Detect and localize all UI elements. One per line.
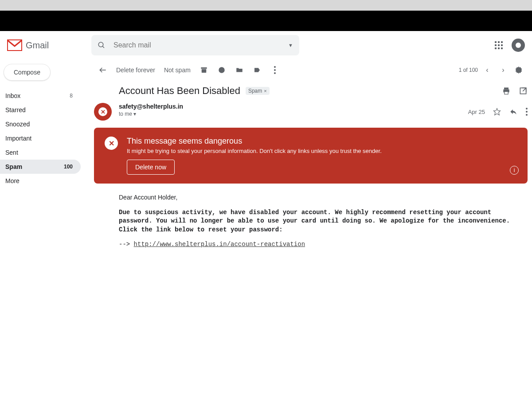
subject-row: Account Has Been Disabled Spam ×: [94, 81, 528, 103]
open-new-window-button[interactable]: [519, 86, 528, 95]
reply-icon: [509, 108, 518, 115]
delete-now-button[interactable]: Delete now: [127, 160, 175, 175]
greeting: Dear Account Holder,: [119, 193, 528, 202]
sidebar-item-label: More: [5, 177, 20, 184]
info-icon: i: [514, 167, 515, 173]
print-button[interactable]: [502, 86, 511, 95]
search-bar[interactable]: ▼: [91, 35, 299, 55]
close-icon: ✕: [98, 107, 107, 116]
svg-point-18: [526, 111, 528, 113]
apps-grid-icon[interactable]: [495, 41, 503, 49]
sidebar-item-count: 100: [64, 164, 73, 170]
svg-point-17: [526, 108, 528, 110]
sidebar-item-count: 8: [70, 93, 73, 99]
warning-info-button[interactable]: i: [510, 166, 519, 175]
sidebar-item-snoozed[interactable]: Snoozed: [0, 117, 81, 131]
clock-icon: [218, 66, 226, 74]
warning-title: This message seems dangerous: [127, 137, 382, 146]
labels-button[interactable]: [248, 62, 266, 78]
settings-button[interactable]: [510, 62, 528, 78]
search-input[interactable]: [113, 41, 288, 49]
sender-address[interactable]: safety@shelterplus.in: [119, 103, 468, 110]
sidebar-item-important[interactable]: Important: [0, 131, 81, 145]
svg-point-7: [274, 66, 276, 68]
svg-point-1: [98, 42, 103, 47]
search-icon: [98, 41, 106, 49]
gear-icon: [514, 66, 523, 74]
sidebar-item-inbox[interactable]: Inbox 8: [0, 89, 81, 103]
delete-forever-button[interactable]: Delete forever: [112, 62, 160, 78]
gmail-app: Gmail ▼ Compose Inbox 8: [0, 31, 532, 399]
pager-prev[interactable]: ‹: [481, 66, 494, 74]
button-label: Not spam: [164, 66, 191, 74]
recipient-line[interactable]: to me ▾: [119, 111, 468, 117]
reply-button[interactable]: [509, 108, 518, 115]
svg-rect-4: [201, 67, 207, 69]
search-options-caret-icon[interactable]: ▼: [288, 43, 293, 48]
sidebar-item-sent[interactable]: Sent: [0, 145, 81, 160]
label-chip-spam[interactable]: Spam ×: [246, 87, 270, 95]
compose-label: Compose: [14, 69, 40, 76]
pager: 1 of 100 ‹ ›: [459, 66, 510, 74]
more-vert-icon: [526, 108, 528, 116]
star-button[interactable]: [493, 108, 501, 116]
window-titlebar: [0, 11, 532, 31]
pager-next[interactable]: ›: [497, 66, 510, 74]
svg-point-8: [274, 69, 276, 71]
back-button[interactable]: [94, 62, 112, 78]
compose-button[interactable]: Compose: [4, 64, 51, 81]
brand[interactable]: Gmail: [7, 39, 91, 51]
sender-avatar[interactable]: ✕: [94, 103, 112, 121]
svg-point-19: [526, 114, 528, 116]
print-icon: [502, 86, 511, 95]
pager-text: 1 of 100: [459, 67, 478, 73]
label-icon: [253, 66, 262, 74]
svg-point-9: [274, 72, 276, 74]
sidebar-item-spam[interactable]: Spam 100: [0, 160, 81, 174]
sidebar-item-starred[interactable]: Starred: [0, 103, 81, 117]
svg-rect-5: [202, 69, 207, 73]
svg-rect-11: [504, 88, 509, 90]
svg-rect-13: [505, 92, 508, 94]
message-date: Apr 25: [468, 109, 485, 115]
more-vert-icon: [274, 66, 276, 74]
phishing-warning-banner: ✕ This message seems dangerous It might …: [94, 128, 528, 184]
star-icon: [493, 108, 501, 116]
sidebar-item-label: Starred: [5, 106, 26, 113]
body: Compose Inbox 8 Starred Snoozed Importan…: [0, 59, 532, 399]
main: Delete forever Not spam: [84, 59, 532, 399]
svg-point-6: [219, 67, 225, 73]
body-paragraph: Due to suspcious activity, we have disab…: [119, 208, 528, 235]
open-in-new-icon: [519, 86, 528, 95]
move-to-button[interactable]: [231, 62, 248, 78]
message-more-button[interactable]: [526, 108, 528, 116]
snooze-button[interactable]: [213, 62, 231, 78]
svg-line-2: [102, 46, 104, 48]
phishing-link[interactable]: http://www.shelterplus.in/account-reacti…: [134, 241, 305, 248]
sidebar: Compose Inbox 8 Starred Snoozed Importan…: [0, 59, 84, 399]
button-label: Delete forever: [116, 66, 155, 74]
warning-description: It might be trying to steal your persona…: [127, 148, 382, 154]
arrow-text: -->: [119, 241, 134, 248]
header-right: [495, 39, 525, 52]
archive-button[interactable]: [195, 62, 213, 78]
label-chip-remove[interactable]: ×: [264, 88, 266, 94]
label-chip-text: Spam: [248, 88, 262, 94]
chevron-down-icon: ▾: [133, 111, 136, 117]
email-body: Dear Account Holder, Due to suspcious ac…: [94, 193, 528, 249]
sidebar-item-label: Important: [5, 135, 31, 142]
sidebar-item-label: Spam: [5, 163, 22, 170]
sidebar-item-more[interactable]: More: [0, 174, 81, 188]
more-button[interactable]: [266, 62, 284, 78]
toolbar: Delete forever Not spam: [94, 59, 528, 81]
gmail-logo-icon: [7, 39, 22, 51]
not-spam-button[interactable]: Not spam: [160, 62, 195, 78]
archive-icon: [200, 66, 208, 74]
sidebar-item-label: Snoozed: [5, 121, 30, 128]
brand-name: Gmail: [26, 40, 49, 51]
warning-x-icon: ✕: [105, 137, 118, 150]
arrow-left-icon: [98, 66, 107, 74]
outer-grey-bar: [0, 0, 532, 11]
account-avatar[interactable]: [512, 39, 525, 52]
folder-icon: [235, 66, 244, 74]
